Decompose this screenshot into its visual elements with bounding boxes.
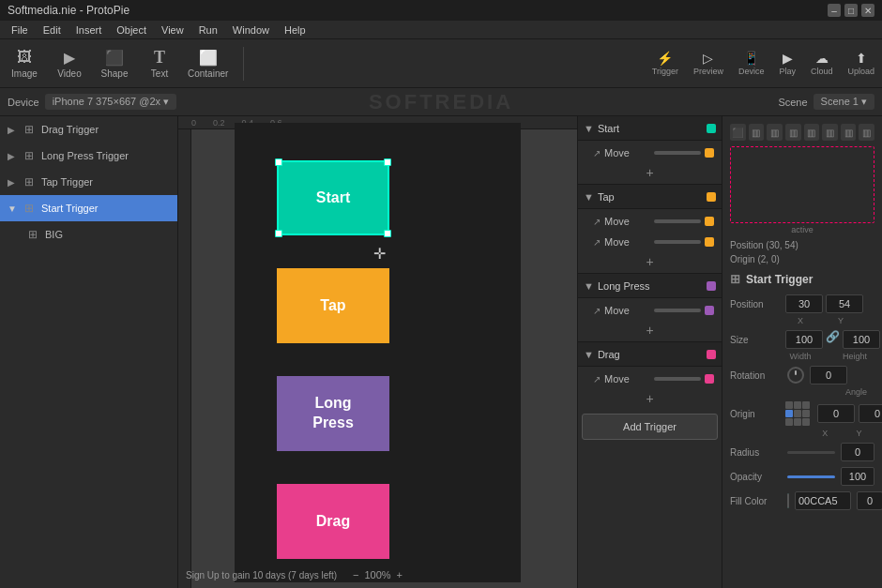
radius-field-label: Radius: [730, 447, 782, 458]
longpress-trigger-add[interactable]: +: [578, 321, 722, 339]
size-h-input[interactable]: [843, 330, 880, 349]
origin-cell-6[interactable]: [785, 418, 793, 426]
menu-file[interactable]: File: [4, 23, 36, 38]
start-move-item[interactable]: ↗ Move: [578, 143, 722, 163]
zoom-plus[interactable]: +: [397, 569, 403, 580]
origin-cell-7[interactable]: [794, 418, 801, 426]
tap-trigger-add[interactable]: +: [578, 252, 722, 271]
menu-view[interactable]: View: [154, 23, 191, 38]
toolbar-container[interactable]: ⬜ Container: [188, 48, 228, 79]
radius-input[interactable]: [841, 443, 874, 461]
rotation-dial[interactable]: [787, 367, 804, 384]
menu-run[interactable]: Run: [191, 23, 225, 38]
trigger-button[interactable]: ⚡ Trigger: [652, 51, 678, 76]
opacity-input[interactable]: [841, 467, 874, 486]
toolbar-video[interactable]: ▶ Video: [53, 48, 86, 79]
distribute-h-btn[interactable]: ▥: [841, 124, 857, 141]
tap-move-label-1: Move: [604, 216, 650, 227]
origin-cell-0[interactable]: [785, 401, 793, 409]
longpress-move-item[interactable]: ↗ Move: [578, 300, 722, 321]
scene-selector[interactable]: Scene 1 ▾: [814, 94, 874, 110]
close-button[interactable]: ✕: [861, 4, 874, 17]
toolbar-shape-label: Shape: [101, 68, 129, 79]
menu-help[interactable]: Help: [277, 23, 313, 38]
lock-icon[interactable]: 🔗: [826, 330, 840, 349]
menu-edit[interactable]: Edit: [36, 23, 68, 38]
align-right-btn[interactable]: ▥: [767, 124, 783, 141]
scene-label-text: Scene: [778, 97, 807, 108]
play-button[interactable]: ▶ Play: [779, 51, 796, 76]
add-trigger-button[interactable]: Add Trigger: [582, 414, 718, 440]
size-field-label: Size: [730, 335, 782, 345]
origin-cell-5[interactable]: [802, 410, 810, 417]
tap-move-item-1[interactable]: ↗ Move: [578, 211, 722, 232]
menu-insert[interactable]: Insert: [68, 23, 110, 38]
start-trigger-add[interactable]: +: [578, 163, 722, 182]
origin-cell-1[interactable]: [794, 401, 801, 409]
opacity-slider[interactable]: [787, 475, 835, 478]
longpress-canvas-block[interactable]: Long Press: [277, 376, 389, 451]
maximize-button[interactable]: □: [844, 4, 858, 17]
position-y-input[interactable]: [826, 294, 863, 313]
origin-y-input[interactable]: [859, 404, 882, 423]
resize-handle-bl[interactable]: [275, 230, 282, 237]
size-w-input[interactable]: [785, 330, 823, 349]
align-bottom-btn[interactable]: ▥: [822, 124, 838, 141]
drag-move-item[interactable]: ↗ Move: [578, 369, 722, 389]
left-item-big[interactable]: ⊞ BIG: [0, 221, 177, 248]
toolbar-image[interactable]: 🖼 Image: [8, 48, 41, 79]
tap-move-item-2[interactable]: ↗ Move: [578, 232, 722, 252]
toolbar-text[interactable]: T Text: [143, 48, 176, 79]
resize-handle-tl[interactable]: [275, 158, 282, 166]
origin-x-input[interactable]: [817, 404, 855, 423]
position-x-input[interactable]: [785, 294, 823, 313]
align-center-v-btn[interactable]: ▥: [804, 124, 820, 141]
origin-cell-8[interactable]: [802, 418, 810, 426]
left-item-start-trigger[interactable]: ▼ ⊞ Start Trigger: [0, 195, 177, 221]
trigger-header-tap[interactable]: ▼ Tap: [578, 185, 722, 209]
start-canvas-block[interactable]: Start: [277, 160, 389, 235]
radius-slider[interactable]: [787, 451, 835, 454]
menu-window[interactable]: Window: [225, 23, 277, 38]
device-button[interactable]: 📱 Device: [738, 51, 765, 76]
resize-handle-tr[interactable]: [384, 158, 391, 166]
device-selector[interactable]: iPhone 7 375×667 @2x ▾: [45, 94, 177, 110]
trigger-header-start[interactable]: ▼ Start: [578, 116, 722, 141]
origin-cell-3[interactable]: [785, 410, 793, 417]
canvas-phone: Start Tap Long Press Drag: [235, 123, 521, 582]
drag-block-label: Drag: [316, 513, 350, 530]
toolbar-shape[interactable]: ⬛ Shape: [98, 48, 131, 79]
tap-canvas-block[interactable]: Tap: [277, 268, 389, 343]
trigger-header-longpress[interactable]: ▼ Long Press: [578, 274, 722, 298]
resize-handle-br[interactable]: [384, 230, 391, 237]
cloud-button[interactable]: ☁ Cloud: [811, 51, 833, 76]
left-item-tap-trigger[interactable]: ▶ ⊞ Tap Trigger: [0, 169, 177, 195]
distribute-v-btn[interactable]: ▥: [859, 124, 874, 141]
fill-color-swatch[interactable]: [787, 493, 789, 508]
drag-canvas-block[interactable]: Drag: [277, 484, 389, 559]
zoom-minus[interactable]: −: [353, 569, 358, 580]
origin-cell-4[interactable]: [794, 410, 801, 417]
menu-object[interactable]: Object: [109, 23, 154, 38]
rotation-row: Rotation: [722, 363, 882, 387]
fill-opacity-input[interactable]: [857, 491, 882, 510]
origin-info: Origin (2, 0): [722, 252, 882, 266]
trigger-group-drag: ▼ Drag ↗ Move +: [578, 342, 722, 410]
fill-color-input[interactable]: [795, 491, 851, 510]
upload-button[interactable]: ⬆ Upload: [847, 51, 874, 76]
rotation-input[interactable]: [810, 366, 847, 384]
minimize-button[interactable]: –: [828, 4, 841, 17]
left-item-drag-trigger[interactable]: ▶ ⊞ Drag Trigger: [0, 116, 177, 143]
align-top-btn[interactable]: ▥: [785, 124, 801, 141]
align-center-h-btn[interactable]: ▥: [749, 124, 765, 141]
origin-cell-2[interactable]: [802, 401, 810, 409]
drag-trigger-add[interactable]: +: [578, 389, 722, 408]
preview-button[interactable]: ▷ Preview: [693, 51, 723, 76]
start-trigger-icon: ⊞: [23, 202, 36, 215]
trigger-header-drag[interactable]: ▼ Drag: [578, 342, 722, 367]
origin-spacer: [782, 429, 807, 438]
left-item-longpress-trigger[interactable]: ▶ ⊞ Long Press Trigger: [0, 143, 177, 169]
align-left-btn[interactable]: ⬛: [730, 124, 746, 141]
device-info: Device iPhone 7 375×667 @2x ▾: [8, 94, 176, 110]
image-icon: 🖼: [13, 48, 36, 67]
